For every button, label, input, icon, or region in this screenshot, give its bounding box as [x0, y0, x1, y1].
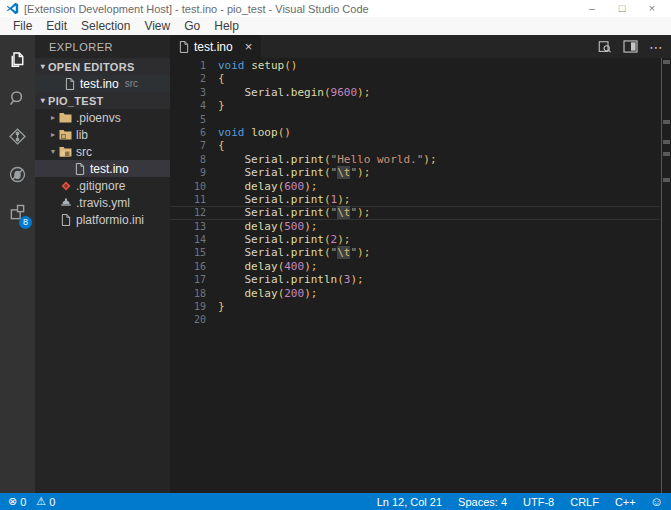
status-indentation[interactable]: Spaces: 4 — [458, 496, 507, 508]
line-content — [206, 313, 218, 326]
window-title: [Extension Development Host] - test.ino … — [24, 3, 369, 15]
twistie-collapsed-icon[interactable]: ▸ — [48, 130, 58, 139]
line-content: Serial.print("Hello world."); — [206, 153, 437, 166]
code-line-17[interactable]: 17 Serial.println(3); — [170, 273, 660, 286]
line-content: delay(200); — [206, 287, 317, 300]
line-number: 6 — [170, 126, 206, 139]
line-content: delay(600); — [206, 180, 317, 193]
workbench: 8 EXPLORER ▾ OPEN EDITORS test.inosrc ▾ … — [0, 35, 671, 493]
editor-group: test.ino × ⋯ 1void setup()2{3 Serial.beg… — [170, 35, 671, 493]
maximize-icon[interactable]: □ — [607, 0, 637, 17]
open-editor-item-test.ino[interactable]: test.inosrc — [35, 75, 170, 92]
tree-item-lib[interactable]: ▸lib — [35, 126, 170, 143]
section-project-root[interactable]: ▾ PIO_TEST — [35, 92, 170, 109]
line-content: { — [206, 139, 225, 152]
code-line-15[interactable]: 15 Serial.print("\t"); — [170, 246, 660, 259]
code-line-11[interactable]: 11 Serial.print(1); — [170, 193, 660, 206]
code-line-10[interactable]: 10 delay(600); — [170, 180, 660, 193]
code-editor[interactable]: 1void setup()2{3 Serial.begin(9600);4}56… — [170, 58, 671, 493]
sidebar-title: EXPLORER — [35, 35, 170, 58]
line-content: Serial.print(2); — [206, 233, 350, 246]
status-language-mode[interactable]: C++ — [615, 496, 636, 508]
error-count-value: 0 — [20, 496, 26, 508]
item-label: test.ino — [80, 77, 119, 91]
status-encoding[interactable]: UTF-8 — [523, 496, 554, 508]
tab-test-ino[interactable]: test.ino × — [170, 35, 261, 58]
twistie-expanded-icon[interactable]: ▾ — [48, 147, 58, 156]
code-line-8[interactable]: 8 Serial.print("Hello world."); — [170, 153, 660, 166]
line-content: Serial.print("\t"); — [206, 166, 370, 179]
warning-count[interactable]: ⚠ 0 — [36, 495, 55, 508]
code-lines: 1void setup()2{3 Serial.begin(9600);4}56… — [170, 59, 660, 327]
menu-go[interactable]: Go — [177, 17, 207, 35]
line-number: 8 — [170, 153, 206, 166]
tree-item-platformio.ini[interactable]: platformio.ini — [35, 211, 170, 228]
vscode-logo-icon — [6, 2, 19, 15]
status-eol-sequence[interactable]: CRLF — [570, 496, 599, 508]
debug-icon[interactable] — [0, 155, 35, 193]
code-line-6[interactable]: 6void loop() — [170, 126, 660, 139]
item-label: .travis.yml — [76, 196, 130, 210]
item-label: lib — [76, 128, 88, 142]
close-icon[interactable]: × — [637, 0, 667, 17]
menu-edit[interactable]: Edit — [39, 17, 74, 35]
search-icon[interactable] — [0, 79, 35, 117]
minimize-icon[interactable]: – — [577, 0, 607, 17]
line-content: Serial.println(3); — [206, 273, 364, 286]
menu-file[interactable]: File — [6, 17, 39, 35]
code-line-16[interactable]: 16 delay(400); — [170, 260, 660, 273]
code-line-14[interactable]: 14 Serial.print(2); — [170, 233, 660, 246]
code-line-3[interactable]: 3 Serial.begin(9600); — [170, 86, 660, 99]
open-editors-list: test.inosrc — [35, 75, 170, 92]
activity-bar: 8 — [0, 35, 35, 493]
code-line-19[interactable]: 19} — [170, 300, 660, 313]
tree-item-.travis.yml[interactable]: .travis.yml — [35, 194, 170, 211]
section-open-editors[interactable]: ▾ OPEN EDITORS — [35, 58, 170, 75]
line-number: 9 — [170, 166, 206, 179]
code-line-1[interactable]: 1void setup() — [170, 59, 660, 72]
line-content: Serial.print("\t"); — [206, 246, 370, 259]
line-number: 3 — [170, 86, 206, 99]
tab-bar: test.ino × ⋯ — [170, 35, 671, 58]
code-line-7[interactable]: 7{ — [170, 139, 660, 152]
status-bar: ⊗ 0 ⚠ 0 Ln 12, Col 21Spaces: 4UTF-8CRLFC… — [0, 493, 671, 510]
file-icon — [58, 214, 73, 226]
menu-selection[interactable]: Selection — [74, 17, 137, 35]
code-line-5[interactable]: 5 — [170, 113, 660, 126]
open-preview-icon[interactable] — [597, 40, 612, 54]
twistie-collapsed-icon[interactable]: ▸ — [48, 113, 58, 122]
line-content: delay(500); — [206, 220, 317, 233]
line-number: 14 — [170, 233, 206, 246]
tree-item-src[interactable]: ▾src — [35, 143, 170, 160]
error-count[interactable]: ⊗ 0 — [8, 495, 26, 508]
source-control-icon[interactable] — [0, 117, 35, 155]
code-line-20[interactable]: 20 — [170, 313, 660, 326]
line-number: 12 — [170, 206, 206, 219]
section-label: OPEN EDITORS — [48, 61, 135, 73]
code-line-9[interactable]: 9 Serial.print("\t"); — [170, 166, 660, 179]
tab-close-icon[interactable]: × — [245, 40, 253, 53]
tree-item-test.ino[interactable]: test.ino — [35, 160, 170, 177]
feedback-smiley-icon[interactable]: ☺ — [650, 495, 663, 508]
split-editor-icon[interactable] — [623, 40, 638, 53]
extensions-icon[interactable]: 8 — [0, 193, 35, 231]
status-cursor-position[interactable]: Ln 12, Col 21 — [377, 496, 442, 508]
code-line-13[interactable]: 13 delay(500); — [170, 220, 660, 233]
explorer-icon[interactable] — [0, 41, 35, 79]
overview-ruler-border — [661, 58, 662, 493]
code-line-4[interactable]: 4} — [170, 99, 660, 112]
tree-item-.pioenvs[interactable]: ▸.pioenvs — [35, 109, 170, 126]
overview-ruler-mark — [663, 60, 670, 64]
chevron-down-icon: ▾ — [38, 96, 48, 105]
menu-view[interactable]: View — [137, 17, 177, 35]
file-icon — [179, 41, 189, 53]
tree-item-.gitignore[interactable]: .gitignore — [35, 177, 170, 194]
more-actions-icon[interactable]: ⋯ — [649, 42, 663, 52]
code-line-18[interactable]: 18 delay(200); — [170, 287, 660, 300]
line-number: 5 — [170, 113, 206, 126]
code-line-12[interactable]: 12 Serial.print("\t"); — [170, 206, 660, 219]
item-label: .pioenvs — [76, 111, 121, 125]
menu-help[interactable]: Help — [207, 17, 246, 35]
code-line-2[interactable]: 2{ — [170, 72, 660, 85]
line-number: 20 — [170, 313, 206, 326]
